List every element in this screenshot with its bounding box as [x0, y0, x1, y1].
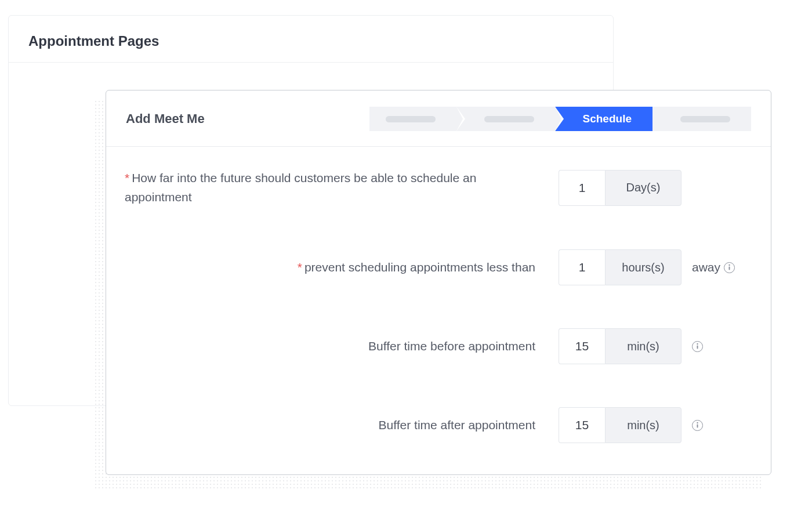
wizard-step-1[interactable] [369, 107, 456, 131]
form-body: *How far into the future should customer… [106, 147, 771, 449]
buffer-before-unit-select[interactable]: min(s) [605, 328, 682, 364]
svg-rect-3 [697, 345, 698, 349]
field-label: *prevent scheduling appointments less th… [298, 258, 535, 277]
wizard-step-2[interactable] [456, 107, 555, 131]
buffer-after-input[interactable] [559, 407, 605, 443]
field-label: *How far into the future should customer… [125, 169, 535, 206]
wizard-title: Add Meet Me [126, 111, 205, 126]
field-row-buffer-after: Buffer time after appointment min(s) [125, 407, 770, 443]
step-skeleton [484, 116, 534, 122]
svg-point-0 [728, 264, 730, 266]
field-label: Buffer time before appointment [368, 337, 535, 356]
wizard-step-4[interactable] [652, 107, 751, 131]
divider [9, 62, 613, 63]
field-row-future-schedule: *How far into the future should customer… [125, 169, 770, 206]
prevent-less-than-unit-select[interactable]: hours(s) [605, 249, 682, 285]
buffer-before-input[interactable] [559, 328, 605, 364]
wizard-steps: Schedule [369, 107, 751, 131]
step-skeleton [680, 116, 730, 122]
svg-rect-5 [697, 424, 698, 427]
page-title: Appointment Pages [9, 16, 613, 62]
required-asterisk: * [125, 171, 129, 184]
future-schedule-unit-select[interactable]: Day(s) [605, 170, 682, 206]
buffer-after-unit-select[interactable]: min(s) [605, 407, 682, 443]
wizard-step-label: Schedule [583, 113, 632, 125]
info-icon[interactable] [692, 341, 703, 352]
field-row-prevent-less-than: *prevent scheduling appointments less th… [125, 249, 770, 285]
field-row-buffer-before: Buffer time before appointment min(s) [125, 328, 770, 364]
info-icon[interactable] [692, 420, 703, 431]
svg-rect-1 [729, 266, 730, 270]
info-icon[interactable] [724, 262, 735, 273]
future-schedule-input[interactable] [559, 170, 605, 206]
wizard-header: Add Meet Me Schedule [106, 90, 771, 147]
svg-point-2 [697, 343, 698, 345]
wizard-step-schedule[interactable]: Schedule [555, 107, 652, 131]
required-asterisk: * [298, 260, 302, 274]
prevent-less-than-input[interactable] [559, 249, 605, 285]
svg-point-4 [697, 422, 698, 423]
step-skeleton [386, 116, 436, 122]
field-label: Buffer time after appointment [379, 416, 535, 435]
trailing-text: away [692, 260, 735, 274]
wizard-card: Add Meet Me Schedule *How far into the f… [106, 90, 771, 475]
